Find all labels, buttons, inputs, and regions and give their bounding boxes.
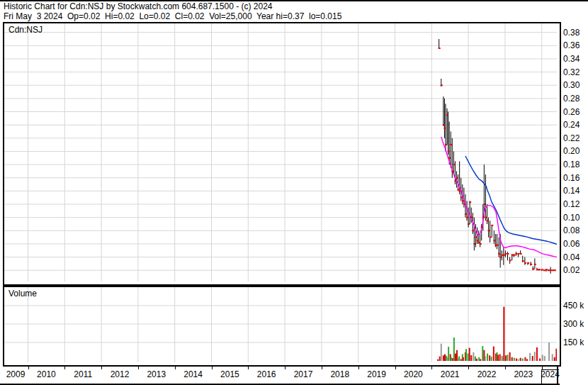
close-tick bbox=[524, 262, 526, 264]
year-label: 2014 bbox=[178, 369, 209, 380]
volume-bar bbox=[453, 337, 455, 361]
close-tick bbox=[460, 197, 463, 199]
close-tick bbox=[493, 240, 495, 241]
price-tick-label: 0.28 bbox=[563, 94, 587, 104]
close-tick bbox=[513, 255, 515, 256]
close-tick bbox=[478, 242, 480, 243]
price-tick-label: 0.06 bbox=[563, 239, 587, 249]
volume-bar bbox=[478, 357, 480, 361]
close-tick bbox=[480, 243, 482, 245]
year-tick bbox=[285, 365, 285, 369]
volume-bar bbox=[542, 355, 543, 361]
close-tick bbox=[491, 225, 493, 226]
close-tick bbox=[454, 180, 456, 182]
volume-bar bbox=[502, 356, 503, 361]
price-tick-label: 0.12 bbox=[563, 199, 587, 209]
close-tick bbox=[469, 201, 471, 203]
volume-bar bbox=[455, 354, 456, 361]
year-tick bbox=[358, 365, 359, 369]
close-tick bbox=[532, 268, 534, 269]
volume-bar bbox=[554, 357, 555, 361]
volume-bar bbox=[437, 359, 439, 361]
price-tick-label: 0.16 bbox=[563, 173, 587, 183]
year-tick bbox=[395, 365, 396, 369]
axis-right-border bbox=[557, 365, 558, 384]
year-label: 2011 bbox=[67, 369, 98, 380]
close-tick bbox=[548, 269, 550, 271]
price-tick-label: 0.34 bbox=[563, 54, 587, 64]
close-tick bbox=[453, 164, 455, 165]
close-tick bbox=[522, 260, 524, 262]
close-tick bbox=[446, 114, 448, 116]
year-label: 2013 bbox=[141, 369, 172, 380]
volume-bar bbox=[480, 359, 481, 361]
volume-bar bbox=[463, 357, 464, 361]
close-tick bbox=[477, 240, 479, 241]
close-tick bbox=[541, 269, 543, 270]
volume-bar bbox=[482, 346, 483, 361]
year-tick bbox=[322, 365, 322, 369]
close-tick bbox=[482, 217, 485, 218]
volume-bar bbox=[534, 352, 536, 361]
close-tick bbox=[536, 269, 538, 270]
year-tick bbox=[431, 365, 432, 369]
close-tick bbox=[445, 144, 447, 145]
volume-bar bbox=[468, 354, 469, 361]
price-tick-label: 0.10 bbox=[563, 213, 587, 223]
volume-bar bbox=[552, 354, 553, 361]
close-tick bbox=[543, 269, 545, 271]
year-label: 2010 bbox=[30, 369, 62, 380]
close-tick bbox=[450, 144, 452, 145]
close-tick bbox=[507, 253, 509, 255]
price-tick-label: 0.02 bbox=[563, 265, 587, 275]
close-tick bbox=[554, 269, 556, 271]
year-tick bbox=[101, 365, 102, 369]
price-axis: 0.380.360.340.320.300.280.260.240.220.20… bbox=[561, 0, 588, 284]
volume-bar bbox=[439, 357, 441, 361]
close-tick bbox=[501, 255, 503, 256]
price-chart-canvas bbox=[4, 23, 557, 281]
year-label: 2017 bbox=[288, 369, 319, 380]
volume-bar bbox=[532, 356, 533, 361]
price-tick-label: 0.14 bbox=[563, 186, 587, 196]
year-label: 2020 bbox=[397, 369, 429, 380]
volume-bar bbox=[473, 352, 474, 361]
close-tick bbox=[515, 253, 517, 255]
price-tick-label: 0.18 bbox=[563, 160, 587, 169]
year-tick bbox=[248, 365, 249, 369]
volume-bar bbox=[476, 359, 477, 361]
volume-bar bbox=[529, 353, 531, 361]
volume-bar bbox=[520, 358, 521, 361]
volume-label: Volume bbox=[9, 289, 37, 298]
price-tick-label: 0.30 bbox=[563, 80, 587, 90]
price-panel: Cdn:NSJ bbox=[3, 22, 561, 286]
year-label: 2015 bbox=[214, 369, 245, 380]
close-tick bbox=[545, 269, 548, 270]
year-label: 2022 bbox=[471, 369, 502, 380]
close-tick bbox=[466, 217, 468, 218]
volume-bar bbox=[470, 355, 472, 361]
year-label: 2021 bbox=[434, 369, 465, 380]
close-tick bbox=[448, 150, 450, 152]
close-tick bbox=[538, 269, 541, 270]
close-tick bbox=[488, 230, 490, 231]
volume-bar bbox=[452, 358, 453, 361]
close-tick bbox=[439, 48, 441, 49]
volume-bar bbox=[489, 355, 490, 361]
volume-bar bbox=[441, 344, 442, 361]
close-tick bbox=[459, 190, 461, 191]
volume-bar bbox=[448, 347, 449, 361]
close-tick bbox=[456, 177, 458, 179]
volume-bar bbox=[491, 357, 492, 361]
volume-bar bbox=[524, 357, 526, 361]
volume-bar bbox=[493, 347, 494, 361]
volume-bar bbox=[487, 354, 488, 361]
close-tick bbox=[481, 227, 483, 228]
volume-bar bbox=[458, 356, 460, 361]
price-tick-label: 0.26 bbox=[563, 107, 587, 117]
volume-tick-label: 450 k bbox=[563, 301, 587, 311]
volume-bar bbox=[503, 307, 504, 361]
close-tick bbox=[534, 264, 536, 265]
price-tick-label: 0.04 bbox=[563, 252, 587, 262]
close-tick bbox=[520, 253, 522, 255]
